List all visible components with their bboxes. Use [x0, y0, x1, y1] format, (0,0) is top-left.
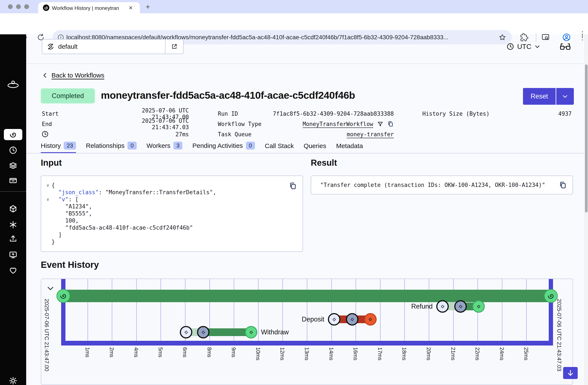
- search-tabs-icon[interactable]: [541, 33, 550, 42]
- activity-started-event[interactable]: [197, 326, 210, 339]
- event-history-heading: Event History: [41, 260, 99, 270]
- tab-queries[interactable]: Queries: [304, 142, 326, 153]
- sidebar-item-deployments[interactable]: [9, 161, 17, 170]
- timeline-tick-label: 8ms: [206, 347, 212, 357]
- duration-value: 27ms: [103, 129, 189, 139]
- json-token: "fdd5ac5a-ac48-410f-acae-c5cdf240f46b": [65, 224, 193, 231]
- timeline-tick-label: 12ms: [279, 347, 285, 360]
- timeline-end-date: 2025-07-06 UTC 21:43:47.03: [556, 299, 563, 371]
- timeline-tick-label: 1ms: [84, 347, 91, 357]
- sidebar-item-support[interactable]: [9, 266, 17, 275]
- json-line: "json_class": "MoneyTransfer::TransferDe…: [44, 189, 288, 196]
- sidebar-item-nexus[interactable]: [9, 220, 17, 229]
- timeline-tick-label: 16ms: [352, 347, 358, 360]
- filter-icon[interactable]: [377, 121, 383, 127]
- bookmark-star-icon[interactable]: [499, 33, 506, 41]
- timeline-gridline: [87, 279, 88, 341]
- marker-diamond-icon: [351, 318, 354, 321]
- timeline-tick-label: 2ms: [109, 347, 115, 357]
- browser-toolbar: localhost:8080/namespaces/default/workfl…: [0, 13, 588, 34]
- tab-workers[interactable]: Workers3: [147, 142, 183, 153]
- activity-scheduled-event[interactable]: [328, 313, 340, 325]
- browser-tab[interactable]: Workflow History | moneytran ✕: [38, 2, 140, 13]
- activity-closed-event[interactable]: [472, 300, 485, 313]
- page-scrollbar-thumb[interactable]: [585, 64, 588, 213]
- result-heading: Result: [311, 158, 337, 168]
- traffic-light-close[interactable]: [8, 4, 13, 9]
- activity-closed-event[interactable]: [364, 313, 377, 325]
- tabs-divider: [26, 153, 588, 153]
- json-token: ]: [58, 232, 62, 238]
- reset-menu-button[interactable]: [556, 88, 574, 105]
- sidebar-item-schedules[interactable]: [9, 146, 17, 154]
- timeline-tick-label: 17ms: [377, 347, 383, 360]
- result-value: "Transfer complete (transaction IDs: OKW…: [320, 176, 545, 194]
- activity-duration-bar: [203, 328, 251, 336]
- timeline-tick-label: 18ms: [401, 347, 407, 360]
- tab-metadata[interactable]: Metadata: [336, 142, 363, 153]
- timeline-tick-label: 22ms: [474, 347, 481, 360]
- chevron-down-icon: [562, 93, 568, 100]
- tab-relationships[interactable]: Relationships0: [86, 142, 137, 153]
- arrow-down-icon: [567, 369, 574, 377]
- copy-icon[interactable]: [387, 121, 394, 127]
- theme-toggle-icon[interactable]: [9, 376, 17, 385]
- labs-glasses-icon[interactable]: [560, 42, 571, 51]
- namespace-selector[interactable]: default: [42, 39, 184, 54]
- timeline-gridline: [331, 279, 332, 341]
- profile-icon[interactable]: [562, 33, 571, 42]
- collapse-icon[interactable]: ∨: [44, 197, 51, 202]
- namespace-open-icon[interactable]: [165, 40, 183, 54]
- copy-icon[interactable]: [559, 181, 567, 189]
- json-line: "A1234",: [44, 203, 288, 210]
- activity-scheduled-event[interactable]: [180, 326, 192, 339]
- tab-close-icon[interactable]: ✕: [128, 5, 133, 11]
- tab-call-stack[interactable]: Call Stack: [265, 142, 294, 153]
- extensions-icon[interactable]: [520, 33, 528, 42]
- tab-label: Queries: [304, 142, 326, 150]
- browser-tabstrip: Workflow History | moneytran ✕ +: [0, 0, 588, 13]
- timeline-gridline: [112, 279, 112, 341]
- json-line: }: [44, 238, 288, 245]
- sidebar-item-batch-operations[interactable]: [9, 175, 17, 184]
- temporal-logo[interactable]: [7, 79, 20, 90]
- activity-started-event[interactable]: [346, 313, 358, 325]
- tab-pending-activities[interactable]: Pending Activities0: [192, 142, 255, 153]
- tab-count-badge: 0: [127, 142, 136, 150]
- chevron-left-icon: [42, 72, 48, 78]
- timezone-selector[interactable]: UTC: [506, 41, 540, 52]
- traffic-light-minimize[interactable]: [16, 4, 21, 9]
- tab-label: Relationships: [86, 142, 125, 149]
- sidebar-item-feedback[interactable]: [9, 250, 17, 259]
- app-sidebar: 2.34.0: [0, 34, 26, 385]
- timeline-gridline: [404, 279, 405, 341]
- timeline-gridline: [380, 279, 380, 341]
- marker-diamond-icon: [249, 330, 253, 334]
- back-to-workflows-link[interactable]: Back to Workflows: [42, 72, 104, 79]
- activity-scheduled-event[interactable]: [436, 300, 449, 313]
- workflow-end-event[interactable]: [544, 289, 558, 303]
- end-value: 2025-07-06 UTC 21:43:47.03: [103, 119, 189, 129]
- sidebar-item-namespaces[interactable]: [9, 205, 17, 213]
- workflow-type-link[interactable]: MoneyTransferWorkflow: [303, 121, 373, 127]
- timeline-tick-label: 4ms: [133, 347, 139, 357]
- task-queue-link[interactable]: money-transfer: [308, 129, 394, 139]
- json-token: 100,: [65, 217, 79, 224]
- tab-title: Workflow History | moneytran: [52, 5, 124, 11]
- workflow-start-event[interactable]: [56, 289, 70, 303]
- reset-button[interactable]: Reset: [523, 88, 556, 105]
- activity-started-event[interactable]: [454, 300, 467, 313]
- sidebar-item-workflows[interactable]: [4, 129, 22, 140]
- timeline-tick-label: 5ms: [157, 347, 164, 357]
- activity-closed-event[interactable]: [245, 326, 257, 339]
- tab-history[interactable]: History23: [41, 142, 76, 153]
- sidebar-item-import[interactable]: [9, 234, 17, 243]
- copy-icon[interactable]: [289, 182, 297, 190]
- scroll-to-bottom-button[interactable]: [563, 367, 578, 379]
- timeline-gridline: [136, 279, 137, 341]
- collapse-icon[interactable]: ∨: [44, 183, 51, 188]
- traffic-light-zoom[interactable]: [24, 4, 29, 9]
- activity-label: Withdraw: [261, 328, 289, 336]
- new-tab-button[interactable]: +: [144, 3, 151, 10]
- activity-label: Refund: [411, 303, 433, 310]
